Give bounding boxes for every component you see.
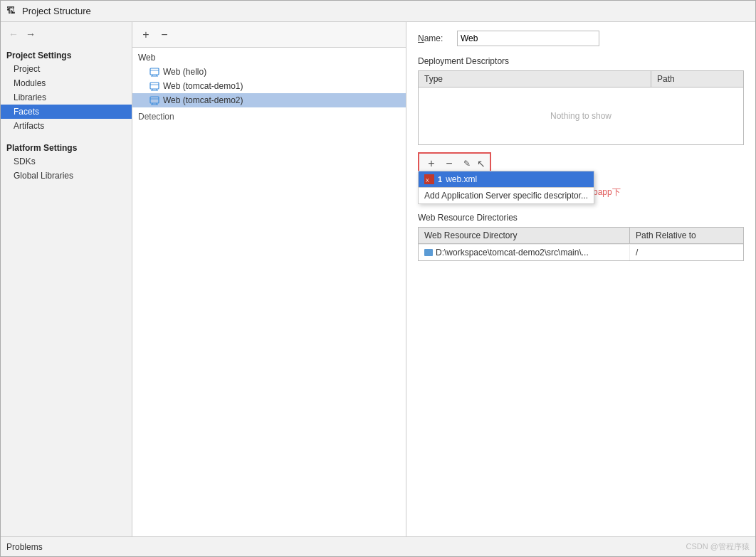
tree-group-web: Web xyxy=(132,51,406,65)
col-path: Path xyxy=(651,71,743,87)
web-res-header: Web Resource Directory Path Relative to xyxy=(419,228,743,244)
titlebar: 🏗 Project Structure xyxy=(1,1,755,22)
tree-item-hello-label: Web (hello) xyxy=(163,67,206,77)
name-label-rest: ame: xyxy=(424,33,443,43)
sidebar-item-artifacts[interactable]: Artifacts xyxy=(1,119,132,133)
add-descriptor-button[interactable]: + xyxy=(424,156,439,171)
dropdown-popup-container: + − ✎ ↖ X 1 web.xm xyxy=(418,152,744,175)
remove-descriptor-icon: − xyxy=(446,157,452,170)
tree-item-tomcat1-label: Web (tomcat-demo1) xyxy=(163,81,243,91)
nav-back-button[interactable]: ← xyxy=(6,28,21,41)
web-icon-hello xyxy=(149,67,159,77)
dropdown-item-webxml[interactable]: X 1 web.xml xyxy=(419,171,594,187)
col-type: Type xyxy=(419,71,651,87)
deployment-descriptors-table: Type Path Nothing to show xyxy=(418,70,744,145)
tree-item-web-hello[interactable]: Web (hello) xyxy=(132,65,406,79)
remove-descriptor-button[interactable]: − xyxy=(441,156,457,171)
xml-file-icon: X xyxy=(424,174,434,184)
tree-item-web-tomcat1[interactable]: Web (tomcat-demo1) xyxy=(132,79,406,93)
sidebar: ← → Project Settings Project Modules Lib… xyxy=(1,22,132,536)
svg-rect-0 xyxy=(150,68,159,75)
web-res-col-dir: Web Resource Directory xyxy=(419,228,629,243)
add-descriptor-icon: + xyxy=(428,157,434,170)
middle-panel: + − Web xyxy=(132,22,406,536)
web-res-col-path-rel: Path Relative to xyxy=(629,228,743,243)
remove-icon: − xyxy=(161,28,167,41)
facets-tree: Web Web (hello) xyxy=(132,48,406,536)
tree-item-web-tomcat2[interactable]: Web (tomcat-demo2) xyxy=(132,93,406,107)
remove-facet-button[interactable]: − xyxy=(157,27,172,43)
web-res-cell-dir: D:\workspace\tomcat-demo2\src\main\... xyxy=(419,245,629,260)
add-icon: + xyxy=(142,28,149,41)
web-resource-title: Web Resource Directories xyxy=(418,213,744,223)
sidebar-item-libraries[interactable]: Libraries xyxy=(1,90,132,105)
cursor-arrow: ↖ xyxy=(477,158,485,169)
detail-panel: Name: Deployment Descriptors Type Path N… xyxy=(406,22,755,536)
name-field-row: Name: xyxy=(418,31,744,46)
edit-descriptor-button[interactable]: ✎ xyxy=(459,156,475,171)
platform-settings-label: Platform Settings xyxy=(1,139,132,154)
web-res-dir-value: D:\workspace\tomcat-demo2\src\main\... xyxy=(436,248,589,258)
svg-rect-10 xyxy=(150,97,159,103)
sidebar-item-facets[interactable]: Facets xyxy=(1,105,132,119)
edit-descriptor-icon: ✎ xyxy=(463,159,471,169)
tree-item-tomcat2-label: Web (tomcat-demo2) xyxy=(163,95,243,105)
web-icon-tomcat1 xyxy=(149,81,159,91)
name-label-underline: N xyxy=(418,33,424,43)
web-res-cell-path: / xyxy=(629,245,743,260)
main-layout: ← → Project Settings Project Modules Lib… xyxy=(1,22,755,536)
titlebar-title: Project Structure xyxy=(22,6,91,16)
web-icon-tomcat2 xyxy=(149,95,159,105)
project-structure-window: 🏗 Project Structure ← → Project Settings… xyxy=(0,0,756,557)
nav-forward-button[interactable]: → xyxy=(23,28,38,41)
item-webxml-label: web.xml xyxy=(446,174,477,184)
sidebar-item-global-libraries[interactable]: Global Libraries xyxy=(1,169,132,183)
add-facet-button[interactable]: + xyxy=(138,27,154,43)
bottom-bar: Problems CSDN @管程序猿 xyxy=(1,536,755,556)
descriptor-dropdown: X 1 web.xml Add Application Server speci… xyxy=(418,171,594,204)
name-input[interactable] xyxy=(457,31,599,46)
deployment-descriptors-title: Deployment Descriptors xyxy=(418,56,744,66)
svg-rect-5 xyxy=(150,83,159,89)
table-header: Type Path xyxy=(419,71,743,87)
middle-toolbar: + − xyxy=(132,22,406,48)
item-num: 1 xyxy=(438,175,442,184)
nav-arrows: ← → xyxy=(1,25,132,46)
nothing-to-show: Nothing to show xyxy=(550,111,611,121)
project-settings-label: Project Settings xyxy=(1,46,132,62)
problems-link[interactable]: Problems xyxy=(6,542,43,552)
svg-text:X: X xyxy=(426,178,429,183)
web-resource-section: Web Resource Directories Web Resource Di… xyxy=(418,213,744,261)
watermark: CSDN @管程序猿 xyxy=(686,541,750,552)
folder-icon xyxy=(424,249,433,256)
sidebar-item-project[interactable]: Project xyxy=(1,62,132,76)
app-icon: 🏗 xyxy=(6,6,18,17)
web-resource-table: Web Resource Directory Path Relative to … xyxy=(418,227,744,261)
web-res-row[interactable]: D:\workspace\tomcat-demo2\src\main\... / xyxy=(419,244,743,260)
dropdown-item-appserver[interactable]: Add Application Server specific descript… xyxy=(419,188,594,203)
detection-label: Detection xyxy=(132,107,406,124)
table-body: Nothing to show xyxy=(419,87,743,144)
sidebar-item-sdks[interactable]: SDKs xyxy=(1,154,132,169)
sidebar-divider xyxy=(1,133,132,139)
name-label: Name: xyxy=(418,33,457,43)
sidebar-item-modules[interactable]: Modules xyxy=(1,76,132,90)
